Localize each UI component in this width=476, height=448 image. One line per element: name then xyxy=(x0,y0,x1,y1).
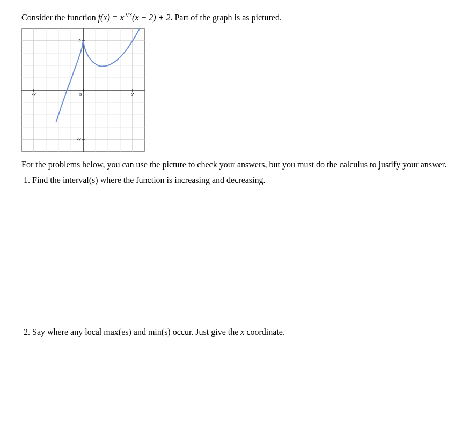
svg-text:-2: -2 xyxy=(32,92,36,97)
intro-prefix: Consider the function xyxy=(21,13,98,22)
intro-suffix: . Part of the graph is as pictured. xyxy=(170,13,282,22)
problem-2: Say where any local max(es) and min(s) o… xyxy=(32,326,455,338)
instructions-paragraph: For the problems below, you can use the … xyxy=(21,158,455,171)
intro-text: Consider the function f(x) = x2/3(x − 2)… xyxy=(21,11,455,24)
svg-text:-2: -2 xyxy=(77,137,81,142)
function-exponent: 2/3 xyxy=(124,11,132,19)
problem-1-text: Find the interval(s) where the function … xyxy=(32,175,266,185)
function-rhs: (x − 2) + 2 xyxy=(132,13,170,22)
problem-list: Find the interval(s) where the function … xyxy=(32,174,455,338)
problem-1: Find the interval(s) where the function … xyxy=(32,174,455,186)
variable-x: x xyxy=(240,327,244,336)
svg-text:0: 0 xyxy=(79,92,82,97)
function-lhs: f(x) = x xyxy=(98,13,124,22)
function-graph: -202-22 xyxy=(21,28,145,152)
svg-text:2: 2 xyxy=(131,92,134,97)
graph-container: -202-22 xyxy=(21,28,455,152)
svg-text:2: 2 xyxy=(78,38,81,43)
problem-2-text: Say where any local max(es) and min(s) o… xyxy=(32,327,285,336)
